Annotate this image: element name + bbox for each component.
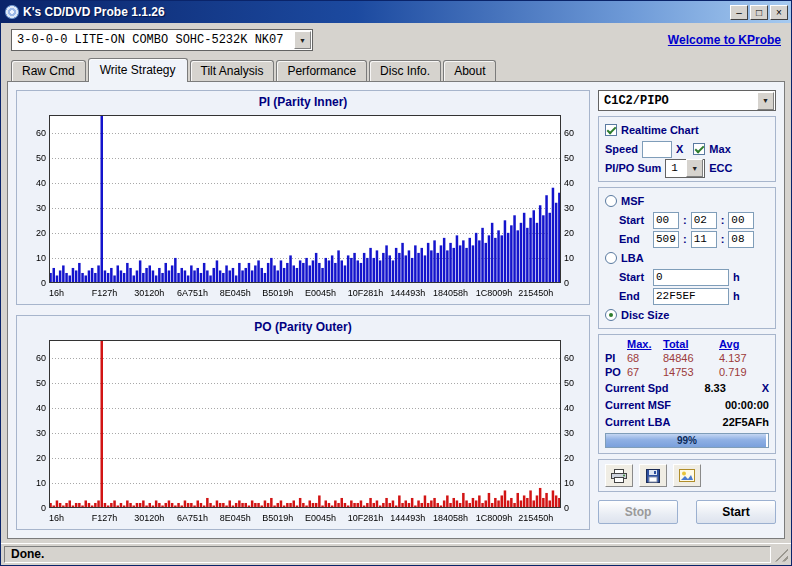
status-text: Done.: [4, 546, 771, 563]
lba-start-label: Start: [619, 271, 649, 283]
charts-column: PI (Parity Inner) PO (Parity Outer): [16, 90, 590, 530]
mode-select[interactable]: C1C2/PIPO ▼: [598, 90, 776, 111]
current-lba-label: Current LBA: [605, 416, 670, 428]
lba-unit-label: h: [733, 290, 740, 302]
window-title: K's CD/DVD Probe 1.1.26: [23, 5, 728, 19]
print-button[interactable]: [605, 464, 633, 487]
tab-disc-info[interactable]: Disc Info.: [369, 60, 441, 81]
maximize-button[interactable]: □: [750, 5, 768, 20]
app-window: K's CD/DVD Probe 1.1.26 – □ × 3-0-0-0 LI…: [0, 0, 792, 566]
toolbar-row: 3-0-0-0 LITE-ON COMBO SOHC-5232K NK07 ▼ …: [1, 23, 791, 57]
welcome-link[interactable]: Welcome to KProbe: [668, 33, 781, 47]
scan-actions: Stop Start: [598, 500, 776, 524]
chevron-down-icon[interactable]: ▼: [757, 92, 774, 110]
msf-separator: :: [721, 233, 725, 245]
speed-label: Speed: [605, 143, 638, 155]
pi-max-value: 68: [627, 352, 663, 364]
msf-start-min-input[interactable]: [653, 212, 679, 229]
msf-end-sec-input[interactable]: [691, 231, 717, 248]
max-speed-checkbox[interactable]: [693, 143, 705, 155]
speed-input[interactable]: [642, 141, 672, 158]
realtime-chart-label: Realtime Chart: [621, 124, 699, 136]
current-spd-value: 8.33: [704, 382, 725, 394]
msf-end-label: End: [619, 233, 649, 245]
tab-page-write-strategy: PI (Parity Inner) PO (Parity Outer) C1C2…: [7, 81, 785, 539]
msf-label: MSF: [621, 195, 644, 207]
drive-selector[interactable]: 3-0-0-0 LITE-ON COMBO SOHC-5232K NK07 ▼: [11, 29, 313, 51]
chevron-down-icon[interactable]: ▼: [294, 31, 311, 49]
save-button[interactable]: [639, 464, 667, 487]
pipo-sum-label: PI/PO Sum: [605, 162, 661, 174]
scan-settings-group: Realtime Chart Speed X Max PI/PO Sum 1 ▼…: [598, 116, 776, 182]
save-image-button[interactable]: [673, 464, 701, 487]
po-chart-title: PO (Parity Outer): [19, 318, 587, 336]
start-button[interactable]: Start: [696, 500, 776, 524]
msf-radio[interactable]: [605, 195, 617, 207]
po-total-value: 14753: [663, 366, 719, 378]
lba-start-input[interactable]: [653, 269, 729, 286]
drive-selector-value: 3-0-0-0 LITE-ON COMBO SOHC-5232K NK07: [12, 33, 294, 47]
max-speed-label: Max: [709, 143, 730, 155]
tab-tilt-analysis[interactable]: Tilt Analysis: [190, 60, 275, 81]
speed-x-label: X: [676, 143, 683, 155]
pi-chart: PI (Parity Inner): [16, 90, 590, 305]
tab-about[interactable]: About: [443, 60, 496, 81]
mode-select-value: C1C2/PIPO: [599, 94, 757, 108]
current-lba-value: 22F5AFh: [723, 416, 769, 428]
progress-text: 99%: [606, 434, 768, 447]
lba-end-label: End: [619, 290, 649, 302]
titlebar: K's CD/DVD Probe 1.1.26 – □ ×: [1, 1, 791, 23]
current-msf-value: 00:00:00: [725, 399, 769, 411]
tab-raw-cmd[interactable]: Raw Cmd: [11, 60, 86, 81]
lba-unit-label: h: [733, 271, 740, 283]
ecc-label: ECC: [709, 162, 732, 174]
tab-performance[interactable]: Performance: [276, 60, 367, 81]
resize-grip[interactable]: [774, 548, 788, 562]
chart-image-icon: [679, 469, 695, 482]
tab-bar: Raw Cmd Write Strategy Tilt Analysis Per…: [1, 57, 791, 81]
disc-size-radio[interactable]: [605, 309, 617, 321]
controls-column: C1C2/PIPO ▼ Realtime Chart Speed X Max P…: [598, 90, 776, 530]
stats-header-max: Max.: [627, 338, 663, 350]
disc-size-label: Disc Size: [621, 309, 669, 321]
msf-start-label: Start: [619, 214, 649, 226]
pi-row-label: PI: [605, 352, 627, 364]
lba-end-input[interactable]: [653, 288, 729, 305]
range-group: MSF Start : : End : :: [598, 187, 776, 329]
stop-button[interactable]: Stop: [598, 500, 678, 524]
po-chart-canvas: [19, 336, 590, 528]
msf-separator: :: [683, 214, 687, 226]
msf-separator: :: [683, 233, 687, 245]
statistics-panel: Max. Total Avg PI 68 84846 4.137 PO 67 1…: [598, 334, 776, 454]
minimize-button[interactable]: –: [730, 5, 748, 20]
po-avg-value: 0.719: [719, 366, 765, 378]
pi-total-value: 84846: [663, 352, 719, 364]
floppy-disk-icon: [646, 469, 660, 483]
status-bar: Done.: [1, 543, 791, 565]
tab-write-strategy[interactable]: Write Strategy: [88, 58, 188, 82]
po-max-value: 67: [627, 366, 663, 378]
msf-end-min-input[interactable]: [653, 231, 679, 248]
chart-actions-group: [598, 459, 776, 492]
app-icon: [5, 5, 19, 19]
lba-label: LBA: [621, 252, 644, 264]
progress-bar: 99%: [605, 433, 769, 448]
msf-separator: :: [721, 214, 725, 226]
current-spd-unit: X: [762, 382, 769, 394]
realtime-chart-checkbox[interactable]: [605, 124, 617, 136]
pipo-sum-value: 1: [666, 162, 686, 174]
stats-header-avg: Avg: [719, 338, 765, 350]
close-button[interactable]: ×: [770, 5, 788, 20]
pipo-sum-select[interactable]: 1 ▼: [665, 159, 705, 178]
pi-chart-title: PI (Parity Inner): [19, 93, 587, 111]
po-row-label: PO: [605, 366, 627, 378]
current-spd-label: Current Spd: [605, 382, 669, 394]
lba-radio[interactable]: [605, 252, 617, 264]
pi-chart-canvas: [19, 111, 590, 303]
chevron-down-icon[interactable]: ▼: [686, 159, 703, 177]
po-chart: PO (Parity Outer): [16, 315, 590, 530]
msf-start-frame-input[interactable]: [728, 212, 754, 229]
msf-end-frame-input[interactable]: [728, 231, 754, 248]
msf-start-sec-input[interactable]: [691, 212, 717, 229]
pi-avg-value: 4.137: [719, 352, 765, 364]
